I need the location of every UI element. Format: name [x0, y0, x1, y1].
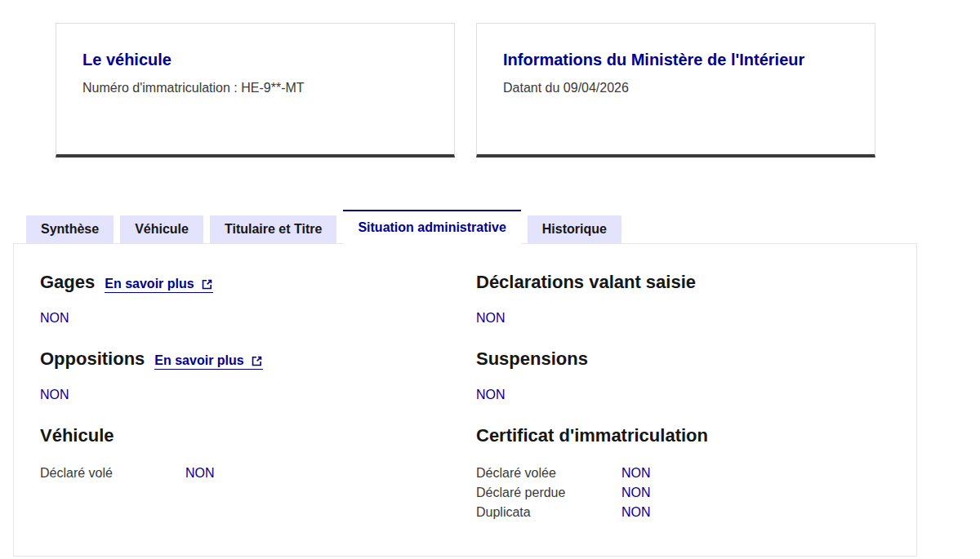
tab-synthese[interactable]: Synthèse [26, 215, 114, 243]
declarations-heading: Déclarations valant saisie [476, 272, 696, 293]
tab-titulaire-et-titre[interactable]: Titulaire et Titre [210, 215, 336, 243]
declare-volee-label: Déclaré volée [476, 464, 621, 483]
tab-vehicule[interactable]: Véhicule [120, 215, 203, 243]
card-vehicle: Le véhicule Numéro d'immatriculation : H… [56, 23, 455, 157]
certificat-section-heading: Certificat d'immatriculation [476, 425, 890, 446]
suspensions-heading: Suspensions [476, 348, 588, 370]
card-ministry-info: Informations du Ministère de l'Intérieur… [476, 23, 875, 157]
duplicata-value: NON [621, 503, 651, 522]
oppositions-heading-row: Oppositions En savoir plus [40, 348, 476, 370]
suspensions-heading-row: Suspensions [476, 348, 890, 370]
card-vehicle-title: Le véhicule [82, 51, 428, 69]
tab-historique[interactable]: Historique [528, 215, 621, 243]
panel-right-column: Déclarations valant saisie NON Suspensio… [476, 272, 890, 522]
declarations-value: NON [476, 310, 890, 326]
oppositions-value: NON [40, 387, 476, 402]
tab-situation-administrative[interactable]: Situation administrative [343, 210, 520, 245]
gages-learn-more-label: En savoir plus [105, 277, 194, 291]
suspensions-value: NON [476, 387, 890, 402]
panel-left-column: Gages En savoir plus NON Oppositions [40, 272, 476, 522]
tab-bar: Synthèse Véhicule Titulaire et Titre Sit… [26, 210, 980, 243]
summary-cards: Le véhicule Numéro d'immatriculation : H… [0, 0, 980, 157]
oppositions-learn-more-link[interactable]: En savoir plus [154, 353, 262, 370]
declare-vole-label: Déclaré volé [40, 464, 185, 483]
gages-heading: Gages [40, 272, 95, 293]
vehicule-rows: Déclaré volé NON [40, 464, 476, 483]
duplicata-label: Duplicata [476, 503, 621, 522]
card-ministry-title: Informations du Ministère de l'Intérieur [503, 51, 849, 69]
situation-administrative-panel: Gages En savoir plus NON Oppositions [13, 243, 917, 557]
card-vehicle-registration: Numéro d'immatriculation : HE-9**-MT [82, 81, 428, 95]
card-ministry-date: Datant du 09/04/2026 [503, 81, 849, 95]
oppositions-learn-more-label: En savoir plus [154, 353, 243, 368]
declare-volee-value: NON [621, 464, 651, 483]
panel-grid: Gages En savoir plus NON Oppositions [14, 244, 916, 555]
table-row: Déclaré volé NON [40, 464, 476, 483]
gages-value: NON [40, 310, 476, 326]
oppositions-heading: Oppositions [40, 348, 145, 370]
certificat-rows: Déclaré volée NON Déclaré perdue NON Dup… [476, 464, 890, 522]
table-row: Déclaré perdue NON [476, 483, 890, 503]
gages-learn-more-link[interactable]: En savoir plus [105, 277, 212, 293]
declare-perdue-label: Déclaré perdue [476, 483, 621, 503]
declare-perdue-value: NON [621, 483, 651, 503]
gages-heading-row: Gages En savoir plus [40, 272, 476, 293]
table-row: Duplicata NON [476, 503, 890, 522]
declarations-heading-row: Déclarations valant saisie [476, 272, 890, 293]
external-link-icon [251, 355, 263, 367]
external-link-icon [201, 278, 213, 291]
table-row: Déclaré volée NON [476, 464, 890, 483]
vehicule-section-heading: Véhicule [40, 425, 476, 446]
declare-vole-value: NON [185, 464, 215, 483]
